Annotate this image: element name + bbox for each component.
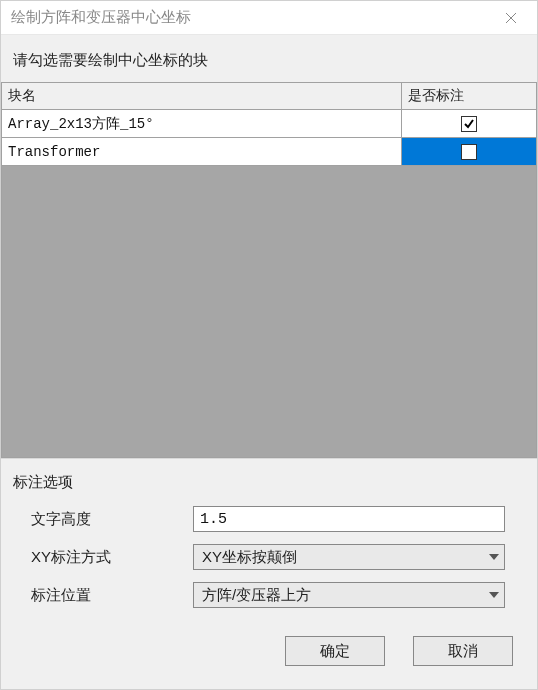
text-height-label: 文字高度 bbox=[13, 510, 193, 529]
text-height-input[interactable] bbox=[193, 506, 505, 532]
xy-mode-select[interactable]: XY坐标按颠倒 bbox=[193, 544, 505, 570]
ok-button[interactable]: 确定 bbox=[285, 636, 385, 666]
position-label: 标注位置 bbox=[13, 586, 193, 605]
column-header-mark[interactable]: 是否标注 bbox=[402, 83, 536, 109]
cell-block-name: Transformer bbox=[2, 138, 402, 165]
instruction-text: 请勾选需要绘制中心坐标的块 bbox=[1, 35, 537, 82]
mark-checkbox[interactable] bbox=[461, 116, 477, 132]
titlebar: 绘制方阵和变压器中心坐标 bbox=[1, 1, 537, 35]
column-header-name[interactable]: 块名 bbox=[2, 83, 402, 109]
xy-mode-row: XY标注方式 XY坐标按颠倒 bbox=[13, 544, 525, 570]
close-icon bbox=[505, 12, 517, 24]
xy-mode-label: XY标注方式 bbox=[13, 548, 193, 567]
options-title: 标注选项 bbox=[13, 473, 525, 492]
table-row[interactable]: Transformer bbox=[2, 138, 536, 166]
table-body: Array_2x13方阵_15°Transformer bbox=[1, 110, 537, 458]
chevron-down-icon bbox=[484, 554, 504, 560]
position-row: 标注位置 方阵/变压器上方 bbox=[13, 582, 525, 608]
options-section: 标注选项 文字高度 XY标注方式 XY坐标按颠倒 标注位置 bbox=[1, 458, 537, 626]
position-select[interactable]: 方阵/变压器上方 bbox=[193, 582, 505, 608]
position-value: 方阵/变压器上方 bbox=[194, 586, 484, 605]
chevron-down-icon bbox=[484, 592, 504, 598]
button-bar: 确定 取消 bbox=[1, 626, 537, 682]
window-title: 绘制方阵和变压器中心坐标 bbox=[11, 8, 491, 27]
cancel-button[interactable]: 取消 bbox=[413, 636, 513, 666]
text-height-row: 文字高度 bbox=[13, 506, 525, 532]
block-table: 块名 是否标注 Array_2x13方阵_15°Transformer bbox=[1, 82, 537, 458]
cell-mark[interactable] bbox=[402, 138, 536, 165]
cell-mark[interactable] bbox=[402, 110, 536, 137]
cell-block-name: Array_2x13方阵_15° bbox=[2, 110, 402, 137]
xy-mode-value: XY坐标按颠倒 bbox=[194, 548, 484, 567]
table-row[interactable]: Array_2x13方阵_15° bbox=[2, 110, 536, 138]
dialog-window: 绘制方阵和变压器中心坐标 请勾选需要绘制中心坐标的块 块名 是否标注 Array… bbox=[0, 0, 538, 690]
mark-checkbox[interactable] bbox=[461, 144, 477, 160]
table-header: 块名 是否标注 bbox=[1, 82, 537, 110]
close-button[interactable] bbox=[491, 3, 531, 33]
